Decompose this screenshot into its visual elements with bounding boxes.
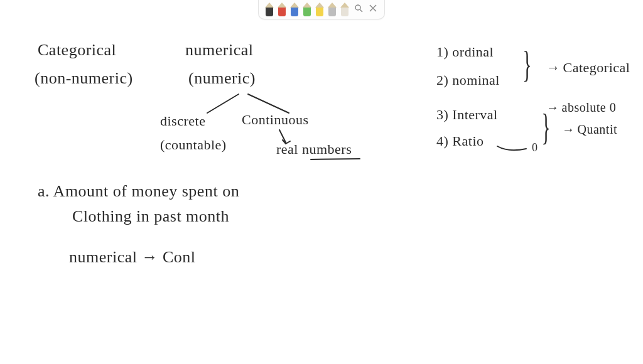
- sub-non-numeric: (non-numeric): [35, 69, 133, 88]
- sub-numeric: (numeric): [188, 69, 256, 88]
- label-categorical-arrow: Categorical: [546, 60, 643, 75]
- pen-toolbar: [258, 0, 385, 19]
- label-absolute-zero: absolute 0: [546, 100, 643, 115]
- svg-point-0: [355, 5, 360, 10]
- list-item-ratio: 4) Ratio: [436, 133, 484, 149]
- pen-red[interactable]: [278, 3, 286, 16]
- list-item-ordinal: 1) ordinal: [436, 44, 494, 60]
- pen-black[interactable]: [265, 3, 274, 16]
- search-icon[interactable]: [353, 3, 364, 16]
- pen-yellow[interactable]: [315, 3, 324, 16]
- label-continuous: Continuous: [242, 112, 308, 127]
- label-countable: (countable): [160, 137, 227, 153]
- label-discrete: discrete: [160, 113, 205, 129]
- list-item-interval: 3) Interval: [436, 107, 498, 122]
- pen-light[interactable]: [340, 3, 349, 16]
- label-real-numbers: real numbers: [276, 141, 352, 157]
- whiteboard-canvas: Categorical (non-numeric) numerical (num…: [0, 0, 643, 364]
- close-icon[interactable]: [368, 3, 378, 16]
- pen-green[interactable]: [303, 3, 311, 16]
- ratio-arrow: [496, 141, 534, 154]
- brace-top: }: [522, 43, 531, 86]
- svg-line-1: [360, 9, 362, 12]
- answer-a: numerical → Conl: [69, 248, 196, 267]
- pen-gray[interactable]: [328, 3, 337, 16]
- underline-numbers: [311, 157, 361, 162]
- pen-blue[interactable]: [290, 3, 299, 16]
- heading-categorical: Categorical: [38, 41, 116, 60]
- question-a-line1: a. Amount of money spent on: [38, 182, 239, 201]
- ratio-zero: 0: [532, 141, 538, 154]
- label-quantitative: Quantit: [562, 122, 643, 137]
- question-a-line2: Clothing in past month: [72, 207, 229, 226]
- heading-numerical: numerical: [185, 41, 253, 60]
- list-item-nominal: 2) nominal: [436, 72, 500, 88]
- brace-bottom: }: [541, 105, 550, 149]
